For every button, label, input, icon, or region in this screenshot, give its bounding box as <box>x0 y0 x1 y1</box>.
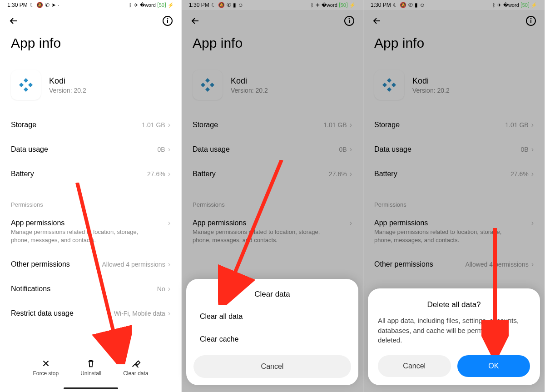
chevron-right-icon: › <box>168 145 170 154</box>
wifi-icon: �word <box>322 3 337 8</box>
row-data-usage[interactable]: Data usage0B› <box>363 137 545 162</box>
kodi-app-icon <box>193 70 223 100</box>
info-button[interactable] <box>525 15 536 28</box>
airplane-icon: ✈ <box>316 3 320 8</box>
row-data-usage[interactable]: Data usage 0B› <box>0 137 181 162</box>
more-icon: · <box>58 2 59 8</box>
back-button[interactable] <box>8 15 19 28</box>
chevron-right-icon: › <box>168 219 170 227</box>
battery-icon: 50 <box>158 2 166 8</box>
app-version: Version: 20.2 <box>49 87 86 94</box>
row-other-permissions[interactable]: Other permissions Allowed 4 permissions› <box>0 252 181 277</box>
kodi-app-icon <box>374 70 404 100</box>
svg-point-2 <box>168 19 168 19</box>
home-indicator[interactable] <box>64 387 118 389</box>
screen-3: 1:30 PM ☾ 🔕 ✆ ▮ ☺ ᛒ ✈ �word 50 ⚡ App inf… <box>363 0 545 392</box>
svg-marker-12 <box>205 78 210 83</box>
svg-point-11 <box>349 19 350 19</box>
row-storage[interactable]: Storage1.01 GB› <box>182 113 363 137</box>
clear-all-data-option[interactable]: Clear all data <box>193 305 351 328</box>
status-time: 1:30 PM <box>189 2 209 8</box>
kodi-app-icon <box>11 70 41 100</box>
row-battery[interactable]: Battery27.6%› <box>182 162 363 186</box>
info-button[interactable] <box>162 15 173 28</box>
svg-marker-23 <box>391 83 396 87</box>
force-stop-button[interactable]: Force stop <box>33 358 59 377</box>
whatsapp-icon: ✆ <box>408 2 413 8</box>
sheet-title: Clear data <box>193 290 351 299</box>
row-notifications[interactable]: Notifications No› <box>0 277 181 301</box>
telegram-icon: ➤ <box>51 2 56 8</box>
row-battery[interactable]: Battery 27.6%› <box>0 162 181 186</box>
chevron-right-icon: › <box>168 170 170 178</box>
charging-icon: ⚡ <box>168 3 174 8</box>
dnd-icon: 🔕 <box>400 2 406 8</box>
dnd-icon: 🔕 <box>218 2 225 8</box>
svg-marker-14 <box>210 83 214 87</box>
row-restrict-data[interactable]: Restrict data usage Wi-Fi, Mobile data› <box>0 301 181 326</box>
uninstall-button[interactable]: Uninstall <box>80 358 101 377</box>
svg-marker-4 <box>24 87 28 92</box>
sim-icon: ▮ <box>415 2 418 8</box>
app-header: KodiVersion: 20.2 <box>182 55 363 113</box>
chevron-right-icon: › <box>168 285 170 293</box>
status-time: 1:30 PM <box>7 2 28 8</box>
row-storage[interactable]: Storage 1.01 GB› <box>0 113 181 137</box>
svg-marker-6 <box>19 83 24 87</box>
whatsapp-icon: ✆ <box>45 2 50 8</box>
wifi-icon: �word <box>503 3 519 8</box>
reddit-icon: ☺ <box>420 2 425 8</box>
battery-icon: 50 <box>521 2 529 8</box>
dialog-title: Delete all data? <box>378 300 530 309</box>
page-title: App info <box>182 34 363 55</box>
row-storage[interactable]: Storage1.01 GB› <box>363 113 545 137</box>
chevron-right-icon: › <box>168 121 170 129</box>
row-app-permissions[interactable]: App permissionsManage permissions relate… <box>182 211 363 252</box>
dialog-message: All app data, including files, settings,… <box>378 316 530 345</box>
moon-icon: ☾ <box>211 2 216 8</box>
status-bar: 1:30 PM ☾ 🔕 ✆ ▮ ☺ ᛒ ✈ �word 50 ⚡ <box>182 0 363 10</box>
moon-icon: ☾ <box>30 2 35 8</box>
status-time: 1:30 PM <box>371 2 391 8</box>
app-name: Kodi <box>49 76 86 86</box>
wifi-icon: �word <box>140 3 156 8</box>
svg-marker-3 <box>24 78 28 83</box>
airplane-icon: ✈ <box>134 3 138 8</box>
dialog-ok-button[interactable]: OK <box>457 355 530 377</box>
reddit-icon: ☺ <box>238 2 243 8</box>
screen-1: 1:30 PM ☾ 🔕 ✆ ➤ · ᛒ ✈ �word 50 ⚡ App inf… <box>0 0 182 392</box>
bluetooth-icon: ᛒ <box>129 3 132 8</box>
clear-cache-option[interactable]: Clear cache <box>193 328 351 351</box>
app-header: Kodi Version: 20.2 <box>0 55 181 113</box>
dialog-cancel-button[interactable]: Cancel <box>378 355 451 377</box>
row-app-permissions[interactable]: App permissionsManage permissions relate… <box>363 211 545 252</box>
sheet-cancel-button[interactable]: Cancel <box>193 355 351 378</box>
svg-marker-21 <box>387 78 391 83</box>
svg-marker-15 <box>201 83 205 87</box>
row-battery[interactable]: Battery27.6%› <box>363 162 545 186</box>
status-bar: 1:30 PM ☾ 🔕 ✆ ▮ ☺ ᛒ ✈ �word 50 ⚡ <box>363 0 545 10</box>
bluetooth-icon: ᛒ <box>492 3 495 8</box>
dnd-icon: 🔕 <box>36 2 43 8</box>
status-bar: 1:30 PM ☾ 🔕 ✆ ➤ · ᛒ ✈ �word 50 ⚡ <box>0 0 181 10</box>
charging-icon: ⚡ <box>531 3 537 8</box>
back-button[interactable] <box>190 15 201 28</box>
charging-icon: ⚡ <box>349 3 356 8</box>
divider <box>11 191 170 191</box>
permissions-header: Permissions <box>0 196 181 211</box>
airplane-icon: ✈ <box>497 3 501 8</box>
moon-icon: ☾ <box>393 2 398 8</box>
svg-marker-13 <box>205 87 210 92</box>
sim-icon: ▮ <box>233 2 236 8</box>
info-button[interactable] <box>344 15 355 28</box>
bluetooth-icon: ᛒ <box>311 3 314 8</box>
delete-data-dialog: Delete all data? All app data, including… <box>368 288 540 385</box>
whatsapp-icon: ✆ <box>227 2 231 8</box>
row-app-permissions[interactable]: App permissions Manage permissions relat… <box>0 211 181 252</box>
row-data-usage[interactable]: Data usage0B› <box>182 137 363 162</box>
clear-data-button[interactable]: Clear data <box>123 358 148 377</box>
svg-marker-5 <box>28 83 33 87</box>
row-other-permissions[interactable]: Other permissionsAllowed 4 permissions› <box>363 252 545 277</box>
back-button[interactable] <box>372 15 382 28</box>
svg-marker-22 <box>387 87 391 92</box>
